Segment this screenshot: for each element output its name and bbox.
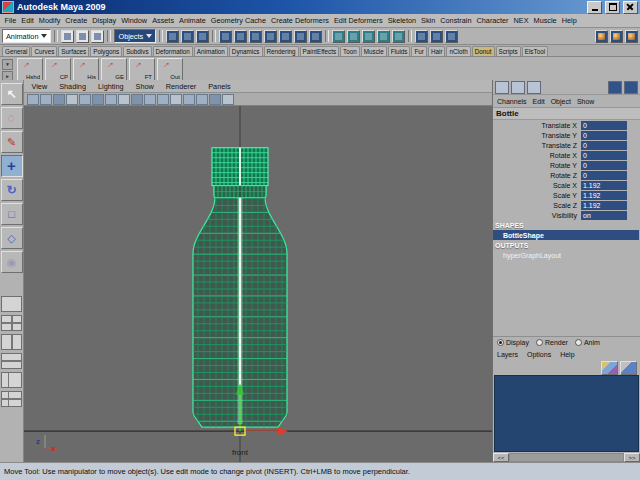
layer-mode-radio[interactable]: Anim (575, 339, 600, 346)
render-settings-icon[interactable] (625, 30, 638, 43)
sel-mask-surfaces-icon[interactable] (264, 30, 277, 43)
menu-item[interactable]: Window (119, 16, 150, 25)
maximize-button[interactable] (605, 1, 620, 14)
channel-value-field[interactable]: 0 (581, 171, 627, 180)
sel-mask-rendering-icon[interactable] (309, 30, 322, 43)
shelf-item-button[interactable]: Out (157, 58, 183, 82)
channel-name[interactable]: Rotate X (493, 152, 581, 159)
wireframe-mode-icon[interactable] (157, 94, 169, 105)
shaded-mode-icon[interactable] (170, 94, 182, 105)
channel-value-field[interactable]: 1.192 (581, 201, 627, 210)
viewport-canvas[interactable]: z x front (24, 106, 492, 462)
create-empty-layer-icon[interactable] (620, 361, 637, 375)
output-node-row[interactable]: hyperGraphLayout (493, 250, 640, 260)
shelf-tab[interactable]: nCloth (446, 46, 470, 56)
menu-item[interactable]: Modify (36, 16, 63, 25)
channel-object-name[interactable]: Bottle (493, 108, 640, 120)
output-connections-icon[interactable] (430, 30, 443, 43)
shelf-tab[interactable]: Dynamics (229, 46, 263, 56)
shelf-tab[interactable]: Muscle (361, 46, 387, 56)
select-tool[interactable] (1, 83, 23, 105)
shelf-tab[interactable]: Rendering (264, 46, 299, 56)
viewport-menu-item[interactable]: Lighting (95, 82, 126, 91)
rotate-tool[interactable] (1, 179, 23, 201)
sel-mask-joints-icon[interactable] (234, 30, 247, 43)
layer-editor-menu-item[interactable]: Layers (497, 351, 518, 358)
shelf-tab[interactable]: Scripts (496, 46, 521, 56)
channel-manip-off-icon[interactable] (495, 81, 509, 94)
menu-item[interactable]: Help (559, 16, 579, 25)
channel-name[interactable]: Visibility (493, 212, 581, 219)
menu-item[interactable]: NEX (511, 16, 531, 25)
menu-item[interactable]: Create (63, 16, 90, 25)
channel-name[interactable]: Translate Z (493, 142, 581, 149)
film-gate-icon[interactable] (79, 94, 91, 105)
field-chart-icon[interactable] (118, 94, 130, 105)
menu-item[interactable]: Skeleton (385, 16, 418, 25)
close-button[interactable] (623, 1, 638, 14)
create-layer-from-selected-icon[interactable] (601, 361, 618, 375)
channel-box-menu-item[interactable]: Object (551, 98, 571, 105)
channel-value-field[interactable]: 0 (581, 161, 627, 170)
sel-mask-handles-icon[interactable] (219, 30, 232, 43)
sel-mask-deformations-icon[interactable] (279, 30, 292, 43)
paint-select-tool[interactable] (1, 131, 23, 153)
layout-three-split-button[interactable] (1, 391, 22, 407)
safe-title-icon[interactable] (144, 94, 156, 105)
snap-curve-icon[interactable] (347, 30, 360, 43)
lasso-select-tool[interactable] (1, 107, 23, 129)
select-component-icon[interactable] (196, 30, 209, 43)
minimize-button[interactable] (587, 1, 602, 14)
channel-value-field[interactable]: on (581, 211, 627, 220)
layout-outliner-persp-button[interactable] (1, 372, 22, 388)
shelf-item-button[interactable]: His (73, 58, 99, 82)
menu-item[interactable]: Skin (419, 16, 438, 25)
channel-name[interactable]: Translate Y (493, 132, 581, 139)
make-live-icon[interactable] (392, 30, 405, 43)
channel-speed-icon[interactable] (527, 81, 541, 94)
menu-item[interactable]: Geometry Cache (208, 16, 268, 25)
isolate-select-icon[interactable] (222, 94, 234, 105)
show-channel-box-icon[interactable] (608, 81, 622, 94)
menu-item[interactable]: Create Deformers (268, 16, 331, 25)
layout-single-pane-button[interactable] (1, 296, 22, 312)
channel-box-menu-item[interactable]: Edit (533, 98, 545, 105)
shelf-item-button[interactable]: FT (129, 58, 155, 82)
layer-mode-radio[interactable]: Render (536, 339, 568, 346)
channel-name[interactable]: Rotate Y (493, 162, 581, 169)
channel-value-field[interactable]: 1.192 (581, 191, 627, 200)
bookmark-icon[interactable] (40, 94, 52, 105)
layer-mode-radio[interactable]: Display (497, 339, 529, 346)
use-lights-icon[interactable] (196, 94, 208, 105)
layer-list[interactable] (494, 375, 639, 453)
shelf-tab[interactable]: ElsTool (522, 46, 548, 56)
shelf-tab[interactable]: Toon (340, 46, 360, 56)
shelf-item-button[interactable]: GE (101, 58, 127, 82)
menu-item[interactable]: Character (474, 16, 511, 25)
safe-action-icon[interactable] (131, 94, 143, 105)
channel-manip-icon[interactable] (511, 81, 525, 94)
universal-manipulator-tool[interactable] (1, 227, 23, 249)
shelf-tab[interactable]: Fluids (388, 46, 411, 56)
menu-item[interactable]: Display (90, 16, 119, 25)
channel-name[interactable]: Scale X (493, 182, 581, 189)
menu-item[interactable]: Assets (150, 16, 177, 25)
shelf-tab[interactable]: Donut (472, 46, 495, 56)
open-scene-icon[interactable] (76, 30, 89, 43)
snap-grid-icon[interactable] (332, 30, 345, 43)
soft-mod-tool[interactable] (1, 251, 23, 273)
viewport-menu-item[interactable]: Renderer (163, 82, 198, 91)
channel-value-field[interactable]: 0 (581, 151, 627, 160)
textured-mode-icon[interactable] (183, 94, 195, 105)
xray-icon[interactable] (209, 94, 221, 105)
layer-editor-menu-item[interactable]: Help (560, 351, 574, 358)
shelf-tab[interactable]: PaintEffects (300, 46, 340, 56)
ipr-render-icon[interactable] (610, 30, 623, 43)
resolution-gate-icon[interactable] (92, 94, 104, 105)
menu-item[interactable]: Constrain (438, 16, 474, 25)
menu-item[interactable]: Muscle (531, 16, 559, 25)
selection-mode-dropdown[interactable]: Objects (114, 29, 156, 43)
viewport-menu-item[interactable]: Show (133, 82, 156, 91)
channel-name[interactable]: Scale Z (493, 202, 581, 209)
channel-name[interactable]: Scale Y (493, 192, 581, 199)
